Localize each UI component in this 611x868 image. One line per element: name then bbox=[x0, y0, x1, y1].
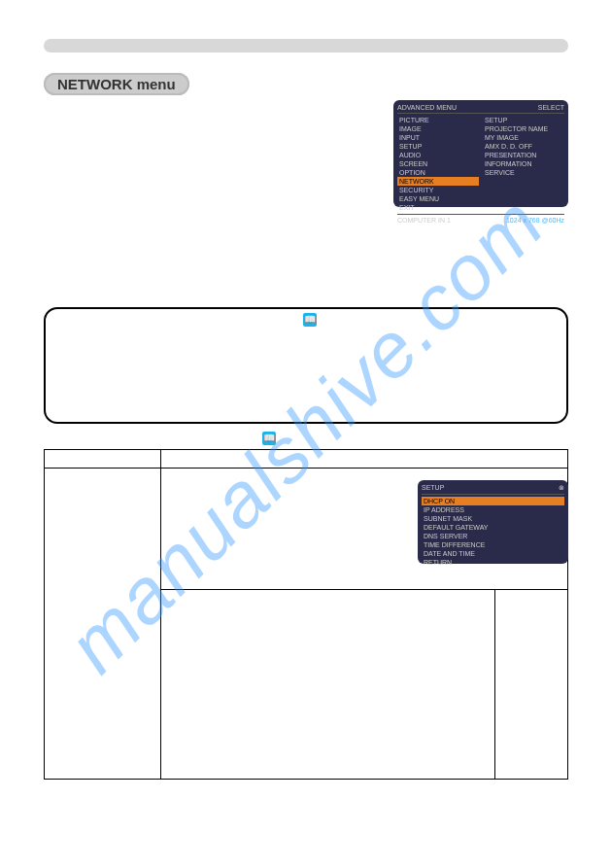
menu-title: ADVANCED MENU bbox=[397, 104, 457, 111]
menu-item: EXIT bbox=[397, 203, 479, 212]
menu-item: EASY MENU bbox=[397, 194, 479, 203]
header-bar bbox=[44, 39, 568, 52]
close-icon: ⊗ bbox=[559, 484, 564, 492]
menu-item: DNS SERVER bbox=[422, 532, 564, 540]
menu-title: SETUP bbox=[422, 484, 444, 492]
setup-menu-screenshot: SETUP ⊗ DHCP ON IP ADDRESS SUBNET MASK D… bbox=[418, 480, 568, 564]
menu-item: MY IMAGE bbox=[483, 133, 564, 142]
table-header-cell bbox=[161, 450, 568, 469]
table-cell bbox=[161, 590, 495, 780]
menu-item: DEFAULT GATEWAY bbox=[422, 523, 564, 532]
menu-item: TIME DIFFERENCE bbox=[422, 540, 564, 549]
menu-item: AMX D. D. OFF bbox=[483, 142, 564, 151]
manual-reference-icon: 📖 bbox=[262, 432, 276, 445]
menu-item: IMAGE bbox=[397, 124, 479, 133]
table-cell bbox=[495, 590, 568, 780]
table-header-cell bbox=[45, 450, 161, 469]
section-title-badge: NETWORK menu bbox=[44, 73, 189, 95]
menu-item: PRESENTATION bbox=[483, 151, 564, 159]
menu-item-dhcp-highlighted: DHCP ON bbox=[422, 497, 564, 505]
menu-item: OPTION bbox=[397, 168, 479, 177]
footer-resolution: 1024 x 768 @60Hz bbox=[506, 217, 564, 224]
menu-item-network-highlighted: NETWORK bbox=[397, 177, 479, 186]
menu-item: PROJECTOR NAME bbox=[483, 124, 564, 133]
menu-item: INPUT bbox=[397, 133, 479, 142]
menu-item: PICTURE bbox=[397, 116, 479, 124]
menu-item: SETUP bbox=[483, 116, 564, 124]
menu-left-column: PICTURE IMAGE INPUT SETUP AUDIO SCREEN O… bbox=[397, 116, 479, 212]
menu-item: SUBNET MASK bbox=[422, 514, 564, 523]
menu-item: AUDIO bbox=[397, 151, 479, 159]
advanced-menu-screenshot: ADVANCED MENU SELECT PICTURE IMAGE INPUT… bbox=[393, 100, 568, 207]
menu-right-column: SETUP PROJECTOR NAME MY IMAGE AMX D. D. … bbox=[483, 116, 564, 212]
menu-item: DATE AND TIME bbox=[422, 549, 564, 558]
menu-item: IP ADDRESS bbox=[422, 505, 564, 514]
table-cell bbox=[45, 469, 161, 780]
manual-reference-icon: 📖 bbox=[303, 313, 317, 327]
menu-item: SETUP bbox=[397, 142, 479, 151]
menu-select-label: SELECT bbox=[538, 104, 564, 111]
footer-source: COMPUTER IN 1 bbox=[397, 217, 451, 224]
menu-item: SECURITY bbox=[397, 186, 479, 194]
menu-item: SCREEN bbox=[397, 159, 479, 168]
menu-item: INFORMATION bbox=[483, 159, 564, 168]
menu-item: SERVICE bbox=[483, 168, 564, 177]
menu-item: RETURN bbox=[422, 558, 564, 567]
